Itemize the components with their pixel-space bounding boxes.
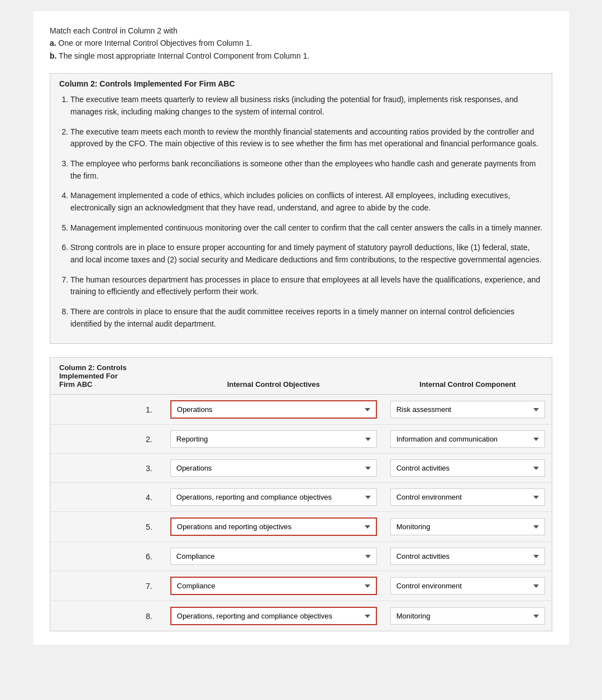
objective-cell: OperationsReportingComplianceOperations … xyxy=(164,425,384,454)
objective-select[interactable]: OperationsReportingComplianceOperations … xyxy=(170,548,377,565)
component-select[interactable]: Control environmentRisk assessmentContro… xyxy=(390,518,545,535)
table-row: 6.OperationsReportingComplianceOperation… xyxy=(50,542,552,571)
control-item: The executive team meets each month to r… xyxy=(70,126,543,150)
intro-line2: a. One or more Internal Control Objectiv… xyxy=(50,37,552,49)
component-select[interactable]: Control environmentRisk assessmentContro… xyxy=(390,577,545,594)
objective-cell: OperationsReportingComplianceOperations … xyxy=(164,571,384,601)
table-row: 8.OperationsReportingComplianceOperation… xyxy=(50,601,552,631)
intro-b-prefix: b. xyxy=(50,51,56,60)
component-cell: Control environmentRisk assessmentContro… xyxy=(384,454,552,483)
intro-line3: b. The single most appropriate Internal … xyxy=(50,50,552,62)
table-row: 4.OperationsReportingComplianceOperation… xyxy=(50,483,552,512)
table-row: 3.OperationsReportingComplianceOperation… xyxy=(50,454,552,483)
component-cell: Control environmentRisk assessmentContro… xyxy=(384,425,552,454)
control-item: The executive team meets quarterly to re… xyxy=(70,94,543,118)
component-cell: Control environmentRisk assessmentContro… xyxy=(384,512,552,542)
col3-header: Internal Control Component xyxy=(384,358,552,395)
component-select[interactable]: Control environmentRisk assessmentContro… xyxy=(390,459,545,477)
component-select[interactable]: Control environmentRisk assessmentContro… xyxy=(390,401,545,418)
row-number: 1. xyxy=(50,395,164,425)
col1-header: Column 2: Controls Implemented For Firm … xyxy=(50,358,164,395)
row-number: 2. xyxy=(50,425,164,454)
col1-header-line3: Firm ABC xyxy=(59,380,92,389)
row-number: 3. xyxy=(50,454,164,483)
objective-select[interactable]: OperationsReportingComplianceOperations … xyxy=(170,607,377,625)
row-number: 7. xyxy=(50,571,164,601)
control-item: Strong controls are in place to ensure p… xyxy=(70,242,543,266)
objective-cell: OperationsReportingComplianceOperations … xyxy=(164,454,384,483)
column2-box-title: Column 2: Controls Implemented For Firm … xyxy=(59,79,543,88)
component-cell: Control environmentRisk assessmentContro… xyxy=(384,395,552,425)
objective-select[interactable]: OperationsReportingComplianceOperations … xyxy=(170,459,377,477)
objective-select[interactable]: OperationsReportingComplianceOperations … xyxy=(170,430,377,448)
component-select[interactable]: Control environmentRisk assessmentContro… xyxy=(390,430,545,448)
objective-cell: OperationsReportingComplianceOperations … xyxy=(164,601,384,631)
component-cell: Control environmentRisk assessmentContro… xyxy=(384,542,552,571)
control-item: Management implemented a code of ethics,… xyxy=(70,190,543,214)
control-item: Management implemented continuous monito… xyxy=(70,222,543,234)
objective-cell: OperationsReportingComplianceOperations … xyxy=(164,483,384,512)
answer-table: Column 2: Controls Implemented For Firm … xyxy=(50,358,552,631)
col1-header-line1: Column 2: Controls xyxy=(59,363,127,372)
row-number: 5. xyxy=(50,512,164,542)
control-item: The employee who performs bank reconcili… xyxy=(70,158,543,182)
row-number: 8. xyxy=(50,601,164,631)
intro-section: Match each Control in Column 2 with a. O… xyxy=(50,25,552,62)
table-row: 1.OperationsReportingComplianceOperation… xyxy=(50,395,552,425)
main-container: Match each Control in Column 2 with a. O… xyxy=(33,11,569,645)
component-select[interactable]: Control environmentRisk assessmentContro… xyxy=(390,488,545,506)
component-cell: Control environmentRisk assessmentContro… xyxy=(384,571,552,601)
intro-b-text: The single most appropriate Internal Con… xyxy=(59,51,309,60)
control-item: The human resources department has proce… xyxy=(70,274,543,298)
control-item: There are controls in place to ensure th… xyxy=(70,306,543,330)
col2-header: Internal Control Objectives xyxy=(164,358,384,395)
intro-a-text: One or more Internal Control Objectives … xyxy=(59,39,252,47)
component-cell: Control environmentRisk assessmentContro… xyxy=(384,483,552,512)
answer-table-wrapper: Column 2: Controls Implemented For Firm … xyxy=(50,357,552,631)
table-row: 7.OperationsReportingComplianceOperation… xyxy=(50,571,552,601)
col1-header-line2: Implemented For xyxy=(59,372,118,380)
intro-a-prefix: a. xyxy=(50,39,56,47)
objective-cell: OperationsReportingComplianceOperations … xyxy=(164,542,384,571)
objective-select[interactable]: OperationsReportingComplianceOperations … xyxy=(170,577,377,595)
objective-select[interactable]: OperationsReportingComplianceOperations … xyxy=(170,488,377,506)
row-number: 4. xyxy=(50,483,164,512)
column2-box: Column 2: Controls Implemented For Firm … xyxy=(50,73,552,344)
controls-list: The executive team meets quarterly to re… xyxy=(59,94,543,330)
objective-select[interactable]: OperationsReportingComplianceOperations … xyxy=(170,400,377,419)
objective-cell: OperationsReportingComplianceOperations … xyxy=(164,512,384,542)
table-row: 2.OperationsReportingComplianceOperation… xyxy=(50,425,552,454)
row-number: 6. xyxy=(50,542,164,571)
intro-line1: Match each Control in Column 2 with xyxy=(50,25,552,37)
component-select[interactable]: Control environmentRisk assessmentContro… xyxy=(390,607,545,625)
component-cell: Control environmentRisk assessmentContro… xyxy=(384,601,552,631)
table-row: 5.OperationsReportingComplianceOperation… xyxy=(50,512,552,542)
objective-select[interactable]: OperationsReportingComplianceOperations … xyxy=(170,517,377,536)
objective-cell: OperationsReportingComplianceOperations … xyxy=(164,395,384,425)
component-select[interactable]: Control environmentRisk assessmentContro… xyxy=(390,548,545,565)
